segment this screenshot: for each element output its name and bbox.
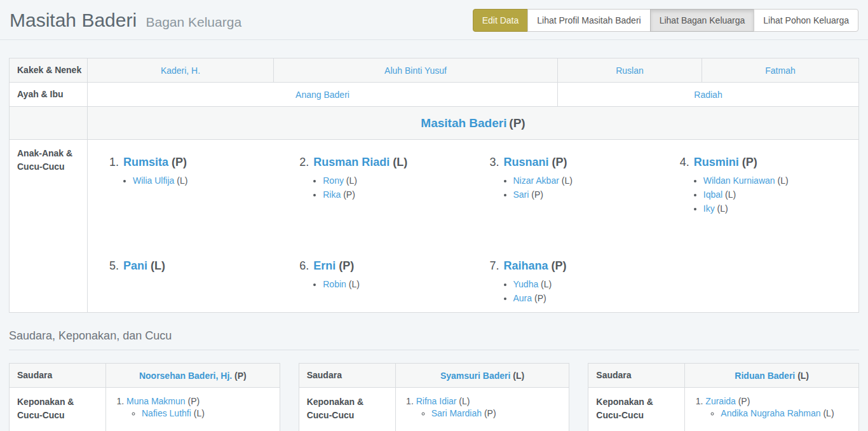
person-link[interactable]: Syamsuri Baderi — [440, 371, 511, 381]
gender-label: (L) — [722, 189, 736, 200]
children-grid-row: 1. Rumsita (P)Wilia Ulfija (L)2. Rusman … — [93, 145, 853, 249]
sibling-row-label: Saudara — [588, 364, 685, 388]
self-gender-label: (P) — [509, 116, 525, 130]
nephews-list: Zuraida (P)Andika Nugraha Rahman (L) — [693, 396, 851, 418]
gender-label: (P) — [168, 156, 187, 168]
person-link[interactable]: Wildan Kurniawan — [703, 175, 775, 186]
person-link[interactable]: Iqbal — [703, 189, 722, 200]
siblings-section-heading: Saudara, Keponakan, dan Cucu — [9, 313, 859, 350]
gender-label: (P) — [232, 371, 247, 381]
nephew-item: Muna Makmun (P)Nafies Luthfi (L) — [126, 396, 272, 418]
gender-label: (L) — [795, 371, 809, 381]
view-family-chart-button[interactable]: Lihat Bagan Keluarga — [650, 9, 755, 32]
person-link[interactable]: Zuraida — [705, 396, 735, 406]
person-link[interactable]: Robin — [323, 279, 346, 289]
person-link[interactable]: Nafies Luthfi — [142, 408, 191, 418]
person-link[interactable]: Wilia Ulfija — [133, 175, 174, 186]
nephews-row: Keponakan & Cucu-CucuMuna Makmun (P)Nafi… — [10, 388, 280, 431]
grandfather-maternal-link[interactable]: Ruslan — [616, 65, 644, 76]
sibling-tables-row: SaudaraNoorsehan Baderi, Hj. (P)Keponaka… — [9, 363, 859, 431]
parents-row: Ayah & Ibu Anang Baderi Radiah — [10, 83, 859, 107]
person-link[interactable]: Muna Makmun — [126, 396, 186, 406]
grandchild-item: Wildan Kurniawan (L) — [703, 175, 853, 186]
grandfather-paternal-link[interactable]: Kaderi, H. — [161, 65, 200, 76]
grandchild-item: Wilia Ulfija (L) — [133, 175, 283, 186]
grandchild-item: Sari (P) — [513, 189, 663, 200]
gender-label: (L) — [191, 408, 205, 418]
nephews-cell: Muna Makmun (P)Nafies Luthfi (L) — [106, 388, 280, 431]
sibling-name-cell: Riduan Baderi (L) — [685, 364, 859, 388]
parents-row-label: Ayah & Ibu — [10, 83, 88, 107]
sibling-table: SaudaraRiduan Baderi (L)Keponakan & Cucu… — [588, 363, 859, 431]
family-chart-table: Kakek & Nenek Kaderi, H. Aluh Binti Yusu… — [9, 58, 859, 313]
child-heading: 1. Rumsita (P) — [109, 156, 283, 169]
gender-label: (P) — [336, 259, 354, 272]
grandmother-maternal-link[interactable]: Fatmah — [765, 65, 795, 76]
grandmother-paternal-link[interactable]: Aluh Binti Yusuf — [384, 65, 447, 76]
person-link[interactable]: Rumsita — [123, 156, 168, 168]
edit-data-button[interactable]: Edit Data — [473, 9, 529, 32]
person-link[interactable]: Raihana — [504, 259, 548, 272]
person-link[interactable]: Rika — [323, 189, 341, 200]
child-heading: 5. Pani (L) — [109, 259, 283, 273]
person-link[interactable]: Erni — [313, 259, 336, 272]
person-link[interactable]: Yudha — [513, 279, 539, 289]
person-link[interactable]: Sari Mardiah — [431, 408, 482, 418]
self-row-label-empty — [10, 107, 88, 140]
person-link[interactable]: Rifna Idiar — [416, 396, 457, 406]
child-number: 1. — [109, 156, 122, 168]
person-link[interactable]: Rusmini — [694, 156, 739, 168]
person-link[interactable]: Rusnani — [504, 156, 549, 168]
person-link[interactable]: Sari — [513, 189, 529, 200]
child-block: 3. Rusnani (P)Nizar Akbar (L)Sari (P) — [473, 145, 663, 249]
father-link[interactable]: Anang Baderi — [295, 90, 349, 100]
gender-label: (P) — [739, 156, 757, 168]
self-row: Masitah Baderi (P) — [10, 107, 859, 140]
grandparents-row: Kakek & Nenek Kaderi, H. Aluh Binti Yusu… — [10, 58, 859, 83]
nephews-list: Muna Makmun (P)Nafies Luthfi (L) — [114, 396, 272, 418]
person-link[interactable]: Noorsehan Baderi, Hj. — [139, 371, 232, 381]
grandparents-row-label: Kakek & Nenek — [10, 58, 88, 83]
gender-label: (L) — [538, 279, 552, 289]
person-link[interactable]: Riduan Baderi — [735, 371, 795, 381]
sibling-table: SaudaraNoorsehan Baderi, Hj. (P)Keponaka… — [9, 363, 280, 431]
person-link[interactable]: Rusman Riadi — [313, 156, 390, 168]
mother-link[interactable]: Radiah — [694, 90, 722, 100]
view-profile-button[interactable]: Lihat Profil Masitah Baderi — [527, 9, 650, 32]
gender-label: (P) — [736, 396, 750, 406]
grandchildren-list: Yudha (L)Aura (P) — [490, 279, 663, 304]
grandchild-item: Yudha (L) — [513, 279, 663, 290]
child-block: 5. Pani (L) — [93, 249, 283, 307]
person-link[interactable]: Nizar Akbar — [513, 175, 559, 186]
nephew-child-item: Andika Nugraha Rahman (L) — [721, 408, 851, 418]
gender-label: (L) — [715, 203, 728, 214]
page-subtitle: Bagan Keluarga — [146, 15, 241, 29]
person-link[interactable]: Aura — [513, 293, 532, 303]
gender-label: (L) — [344, 175, 357, 186]
child-block: 6. Erni (P)Robin (L) — [283, 249, 473, 307]
person-link[interactable]: Iky — [703, 203, 715, 214]
person-link[interactable]: Andika Nugraha Rahman — [721, 408, 820, 418]
grandchildren-list: Robin (L) — [299, 279, 473, 290]
view-family-tree-button[interactable]: Lihat Pohon Keluarga — [754, 9, 858, 32]
header-button-group: Edit Data Lihat Profil Masitah Baderi Li… — [473, 9, 858, 32]
gender-label: (P) — [548, 259, 567, 272]
grandchildren-list: Wildan Kurniawan (L)Iqbal (L)Iky (L) — [680, 175, 853, 214]
sibling-table: SaudaraSyamsuri Baderi (L)Keponakan & Cu… — [299, 363, 570, 431]
child-number: 5. — [109, 259, 122, 272]
child-block: 4. Rusmini (P)Wildan Kurniawan (L)Iqbal … — [663, 145, 853, 249]
self-person-link[interactable]: Masitah Baderi — [421, 116, 506, 130]
child-heading: 7. Raihana (P) — [490, 259, 663, 273]
nephew-children-list: Andika Nugraha Rahman (L) — [705, 408, 851, 418]
child-heading: 6. Erni (P) — [299, 259, 473, 273]
person-link[interactable]: Rony — [323, 175, 344, 186]
nephews-cell: Rifna Idiar (L)Sari Mardiah (P) — [395, 388, 569, 431]
nephews-row-label: Keponakan & Cucu-Cucu — [588, 388, 685, 431]
gender-label: (P) — [549, 156, 567, 168]
child-number: 4. — [680, 156, 693, 168]
gender-label: (L) — [346, 279, 360, 289]
person-link[interactable]: Pani — [123, 259, 147, 272]
nephew-item: Rifna Idiar (L)Sari Mardiah (P) — [416, 396, 562, 418]
gender-label: (L) — [456, 396, 470, 406]
sibling-name-row: SaudaraNoorsehan Baderi, Hj. (P) — [10, 364, 280, 388]
